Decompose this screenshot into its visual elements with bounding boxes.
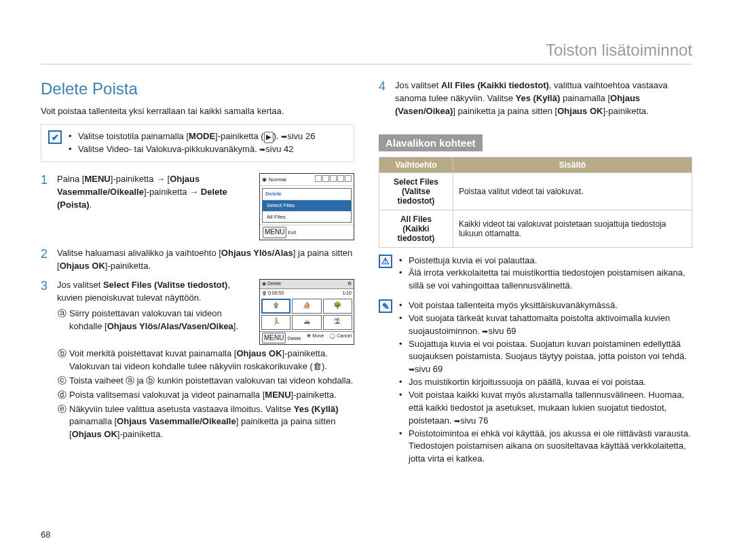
table-row: All Files(Kaikki tiedostot) Kaikki video… [379,210,692,247]
step-number-4: 4 [379,79,388,118]
play-mode-icon: ▶ [264,132,274,143]
warning-icon: ⚠ [379,255,392,268]
menu-title: Delete [263,189,351,200]
substep-a: ⓐSiirry poistettavan valokuvan tai video… [57,307,252,333]
notes-box: ✎ Voit poistaa tallenteita myös yksittäi… [379,299,692,466]
substep-d: ⓓPoista valitsemasi valokuvat ja videot … [57,389,354,402]
step-3-text: Jos valitset Select Files (Valitse tiedo… [57,279,252,334]
note-item: Suojattuja kuvia ei voi poistaa. Suojatu… [399,338,692,377]
prereq-item-1: Valitse toistotila painamalla [MODE]-pai… [69,130,347,143]
note-icon: ✎ [379,299,392,313]
thumbnail: 🏃 [261,315,290,330]
prerequisite-box: ✔ Valitse toistotila painamalla [MODE]-p… [41,124,354,162]
thumbnail: 🌳 [323,299,352,314]
step-number-1: 1 [41,173,50,240]
substep-e: ⓔNäkyviin tulee valittua asetusta vastaa… [57,403,354,442]
rec-icon: ◉ [262,176,267,184]
note-item: Jos muistikortin kirjoitussuoja on pääll… [399,376,692,389]
substep-b: ⓑVoit merkitä poistettavat kuvat painama… [57,348,354,373]
right-column: 4 Jos valitset All Files (Kaikki tiedost… [379,79,692,466]
warning-item: Älä irrota verkkolaitetta tai muistikort… [399,267,692,293]
section-title: Delete Poista [41,79,354,98]
warning-item: Poistettuja kuvia ei voi palauttaa. [399,255,692,267]
screen-preview-1: ◉Normal Delete Select Files All Files ME… [259,173,354,240]
note-item: Voit suojata tärkeät kuvat tahattomalta … [399,312,692,338]
thumbnail: ⛵ [292,299,321,314]
warning-box: ⚠ Poistettuja kuvia ei voi palauttaa. Äl… [379,255,692,293]
chapter-title: Toiston lisätoiminnot [41,41,692,64]
trash-icon: 🗑 [313,361,322,371]
prereq-item-2: Valitse Video- tai Valokuva-pikkukuvanäk… [69,143,347,156]
thumbnail: 🏝 [323,315,352,330]
table-row: Select Files(Valitse tiedostot) Poistaa … [379,172,692,210]
th-option: Vaihtoehto [379,157,453,172]
screen-preview-2: ◉ Delete⚙ 🗑 0:00:551/10 🗑 ⛵ 🌳 🏃 ⛰ 🏝 [259,279,354,345]
th-content: Sisältö [453,157,692,172]
subsection-title: Alavalikon kohteet [379,134,483,151]
thumbnail: ⛰ [292,315,321,330]
substep-c: ⓒToista vaiheet ⓐ ja ⓑ kunkin poistettav… [57,375,354,388]
step-number-3: 3 [41,279,50,443]
options-table: Vaihtoehto Sisältö Select Files(Valitse … [379,157,692,248]
step-number-2: 2 [41,247,50,273]
intro-text: Voit poistaa tallenteita yksi kerrallaan… [41,105,354,117]
note-item: Voit poistaa tallenteita myös yksittäisk… [399,299,692,312]
left-column: Delete Poista Voit poistaa tallenteita y… [41,79,354,466]
note-item: Voit poistaa kaikki kuvat myös alustamal… [399,389,692,428]
menu-item-all-files: All Files [263,211,351,223]
step-2-text: Valitse haluamasi alivalikko ja vaihtoeh… [57,247,354,273]
menu-item-select-files: Select Files [263,200,351,211]
check-icon: ✔ [48,130,62,144]
step-4-text: Jos valitset All Files (Kaikki tiedostot… [395,79,692,118]
page-number: 68 [41,529,50,540]
thumbnail-selected: 🗑 [261,299,290,314]
note-item: Poistotoimintoa ei ehkä voi käyttää, jos… [399,428,692,466]
step-1-text: Paina [MENU]-painiketta → [Ohjaus Vasemm… [57,173,252,212]
